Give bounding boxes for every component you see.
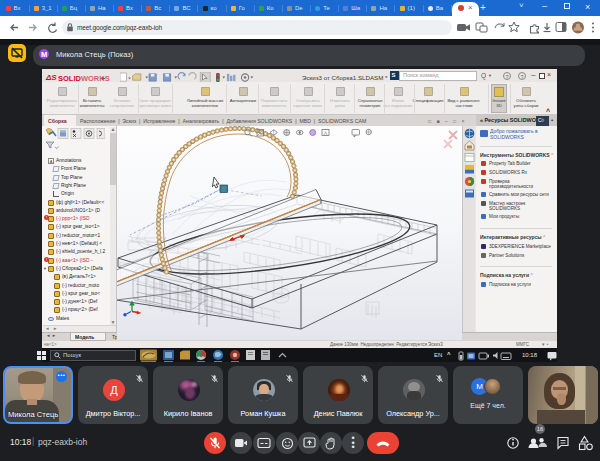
svg-text:16: 16: [537, 426, 543, 432]
